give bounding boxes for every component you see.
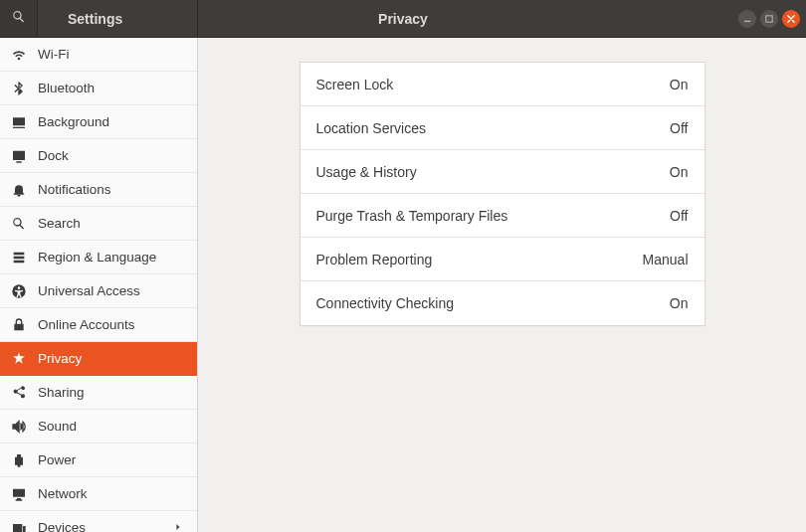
sidebar-item-label: Network xyxy=(38,486,183,501)
svg-rect-1 xyxy=(766,15,772,21)
sidebar-item-background[interactable]: Background xyxy=(0,105,197,139)
minimize-button[interactable] xyxy=(738,10,756,28)
power-icon xyxy=(10,451,28,469)
sidebar-item-label: Dock xyxy=(38,148,183,163)
row-label: Purge Trash & Temporary Files xyxy=(316,208,671,224)
row-label: Location Services xyxy=(316,120,671,136)
sidebar-item-label: Online Accounts xyxy=(38,317,183,332)
sidebar-item-power[interactable]: Power xyxy=(0,443,197,477)
sidebar-title: Settings xyxy=(38,11,197,27)
sidebar-item-label: Background xyxy=(38,114,183,129)
panel-row-purge-trash[interactable]: Purge Trash & Temporary Files Off xyxy=(301,194,705,238)
search-button[interactable] xyxy=(0,0,38,37)
sidebar-item-wifi[interactable]: Wi-Fi xyxy=(0,38,197,72)
search-icon xyxy=(10,215,28,233)
sidebar-item-label: Search xyxy=(38,216,183,231)
sidebar-item-label: Bluetooth xyxy=(38,81,183,95)
sidebar-item-label: Devices xyxy=(38,520,163,532)
close-button[interactable] xyxy=(782,10,800,28)
row-label: Connectivity Checking xyxy=(316,295,670,311)
privacy-panel: Screen Lock On Location Services Off Usa… xyxy=(300,62,705,326)
row-value: On xyxy=(670,295,689,311)
accessibility-icon xyxy=(10,282,28,300)
titlebar: Settings Privacy xyxy=(0,0,806,38)
panel-row-problem-reporting[interactable]: Problem Reporting Manual xyxy=(301,238,705,281)
devices-icon xyxy=(10,519,28,533)
dock-icon xyxy=(10,147,28,165)
sidebar-item-online-accounts[interactable]: Online Accounts xyxy=(0,308,197,342)
row-label: Usage & History xyxy=(316,164,670,180)
network-icon xyxy=(10,485,28,503)
sidebar-item-network[interactable]: Network xyxy=(0,477,197,511)
svg-rect-0 xyxy=(744,20,750,22)
sidebar-item-privacy[interactable]: Privacy xyxy=(0,342,197,376)
sidebar-item-devices[interactable]: Devices xyxy=(0,511,197,532)
sidebar-item-label: Privacy xyxy=(38,351,183,366)
row-label: Problem Reporting xyxy=(316,252,643,267)
row-value: On xyxy=(670,164,689,180)
panel-title: Privacy xyxy=(378,11,428,27)
body: Wi-Fi Bluetooth Background Dock Notifica xyxy=(0,38,806,532)
row-value: Off xyxy=(670,120,688,136)
panel-row-location-services[interactable]: Location Services Off xyxy=(301,106,705,150)
region-icon xyxy=(10,249,28,266)
bell-icon xyxy=(10,181,28,199)
maximize-button[interactable] xyxy=(760,10,778,28)
background-icon xyxy=(10,113,28,131)
row-label: Screen Lock xyxy=(316,77,670,92)
content: Screen Lock On Location Services Off Usa… xyxy=(198,38,806,532)
sidebar-item-search[interactable]: Search xyxy=(0,207,197,241)
wifi-icon xyxy=(10,46,28,64)
sidebar-item-bluetooth[interactable]: Bluetooth xyxy=(0,72,197,105)
sidebar-item-sound[interactable]: Sound xyxy=(0,410,197,443)
panel-row-connectivity-checking[interactable]: Connectivity Checking On xyxy=(301,281,705,325)
sidebar-item-label: Region & Language xyxy=(38,250,183,265)
row-value: On xyxy=(670,77,689,92)
sidebar-item-notifications[interactable]: Notifications xyxy=(0,173,197,207)
row-value: Manual xyxy=(643,252,689,267)
sidebar-item-label: Sound xyxy=(38,419,183,434)
sidebar-item-label: Universal Access xyxy=(38,283,183,298)
row-value: Off xyxy=(670,208,688,224)
sidebar-item-label: Notifications xyxy=(38,182,183,197)
window-controls xyxy=(738,10,800,28)
svg-point-3 xyxy=(18,286,21,289)
sidebar-item-label: Power xyxy=(38,452,183,467)
sidebar: Wi-Fi Bluetooth Background Dock Notifica xyxy=(0,38,198,532)
chevron-right-icon xyxy=(173,520,183,532)
online-accounts-icon xyxy=(10,316,28,334)
titlebar-left: Settings xyxy=(0,0,198,37)
sidebar-item-sharing[interactable]: Sharing xyxy=(0,376,197,410)
sidebar-item-label: Sharing xyxy=(38,385,183,400)
privacy-icon xyxy=(10,350,28,368)
sidebar-item-region[interactable]: Region & Language xyxy=(0,241,197,274)
sound-icon xyxy=(10,418,28,436)
bluetooth-icon xyxy=(10,80,28,97)
sidebar-item-dock[interactable]: Dock xyxy=(0,139,197,173)
search-icon xyxy=(11,9,27,28)
share-icon xyxy=(10,384,28,402)
panel-row-usage-history[interactable]: Usage & History On xyxy=(301,150,705,194)
sidebar-item-label: Wi-Fi xyxy=(38,47,183,62)
panel-row-screen-lock[interactable]: Screen Lock On xyxy=(301,63,705,106)
sidebar-item-universal-access[interactable]: Universal Access xyxy=(0,274,197,308)
